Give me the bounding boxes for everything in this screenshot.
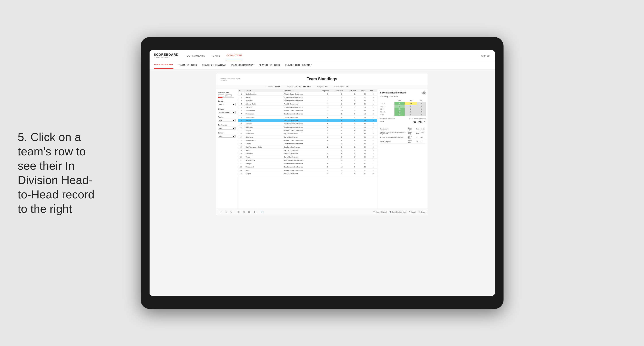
cell-rnds: 26 [360, 136, 369, 139]
nav-committee[interactable]: COMMITTEE [226, 51, 242, 60]
table-row[interactable]: 10 Alabama Southeastern Conference 5 8 8… [238, 122, 377, 126]
cell-conference: Pac-12 Conference [283, 119, 321, 122]
nav-teams[interactable]: TEAMS [211, 51, 220, 60]
table-row[interactable]: 13 Texas Tech Big 12 Conference 1 9 8 27… [238, 132, 377, 136]
table-row[interactable]: 15 Georgia Tech Atlantic Coast Conferenc… [238, 139, 377, 142]
cell-reg-rank: 4 [321, 152, 334, 155]
gender-select[interactable]: Men's [218, 103, 236, 106]
nav-tournaments[interactable]: TOURNAMENTS [185, 51, 205, 60]
h2h-tie-cell: 0 [417, 102, 426, 105]
table-row[interactable]: 16 Florida Southeastern Conference 7 9 8… [238, 142, 377, 145]
tourn-type: Stroke Play [408, 135, 416, 139]
tourn-pos: Loss [416, 131, 420, 135]
redo-button[interactable]: ↪ [224, 210, 228, 214]
cell-no-tour: 8 [349, 92, 360, 96]
cell-conf-rank: 8 [334, 152, 349, 155]
cell-school: Texas [244, 155, 283, 159]
grid-btn-1[interactable]: ⊞ [237, 210, 240, 214]
cell-win: 0 [369, 109, 377, 112]
table-row[interactable]: 4 Arizona State Pac-12 Conference 4 9 8 … [238, 102, 377, 106]
cell-no-tour: 7 [349, 109, 360, 112]
h2h-close-button[interactable]: ✕ [422, 91, 426, 95]
cell-reg-rank: 5 [321, 119, 334, 122]
table-row[interactable]: 8 Washington Pac-12 Conference 2 8 8 23 … [238, 116, 377, 119]
cell-rnds: 25 [360, 149, 369, 152]
min-rounds-min-input[interactable] [218, 94, 224, 97]
cell-rnds: 24 [360, 129, 369, 132]
tournament-row: Jackson T. Stephens Cup Men's Match-Play… [380, 131, 426, 135]
table-row[interactable]: 25 Oregon Pac-12 Conference 5 7 8 21 0 [238, 172, 377, 175]
h2h-th-loss: Loss [405, 99, 417, 102]
cell-rnds: 20 [360, 155, 369, 159]
cell-reg-rank: 2 [321, 145, 334, 149]
table-row[interactable]: 6 Florida State Atlantic Coast Conferenc… [238, 109, 377, 112]
tab-player-h2h-heatmap[interactable]: PLAYER H2H HEATMAP [285, 62, 312, 68]
standings-table: # School Conference Reg Rank Conf Rank N… [238, 89, 377, 175]
cell-school: Florida State [244, 109, 283, 112]
save-custom-button[interactable]: 💾 Save Custom View [389, 211, 406, 213]
cell-no-tour: 9 [349, 96, 360, 99]
cell-no-tour: 8 [349, 139, 360, 142]
sub-nav: TEAM SUMMARY TEAM H2H GRID TEAM H2H HEAT… [150, 61, 495, 69]
min-rounds-slider[interactable] [218, 97, 234, 98]
time-button[interactable]: 🕐 [260, 210, 264, 214]
grid-btn-3[interactable]: ⊠ [247, 210, 251, 214]
table-row[interactable]: 19 California Pac-12 Conference 4 8 8 24… [238, 152, 377, 155]
table-row[interactable]: 2 Auburn Southeastern Conference 1 1 9 2… [238, 96, 377, 99]
table-row[interactable]: 18 Illinois Big Ten Conference 1 9 8 25 … [238, 149, 377, 152]
table-row[interactable]: 5 Ole Miss Southeastern Conference 3 6 8… [238, 106, 377, 109]
table-row[interactable]: 21 New Mexico Mountain West Conference 1… [238, 159, 377, 162]
region-select[interactable]: N/A [218, 119, 236, 122]
school-select[interactable]: (All) [218, 135, 236, 138]
table-row[interactable]: 22 Georgia Southeastern Conference 8 7 8… [238, 162, 377, 165]
tab-team-h2h-grid[interactable]: TEAM H2H GRID [178, 62, 197, 68]
grid-btn-4[interactable]: ⊕ [253, 210, 256, 214]
filter-gender-label: Gender [218, 100, 236, 102]
cell-reg-rank: 1 [321, 159, 334, 162]
conference-select[interactable]: (All) [218, 127, 236, 130]
division-select[interactable]: NCAA Division I [218, 111, 236, 114]
tab-team-h2h-heatmap[interactable]: TEAM H2H HEATMAP [202, 62, 226, 68]
table-row[interactable]: 12 Virginia Atlantic Coast Conference 3 … [238, 129, 377, 132]
table-row[interactable]: 7 Tennessee Southeastern Conference 4 6 … [238, 112, 377, 116]
tourn-name: Arizona Thunderbirds Intercollegiate [380, 135, 408, 139]
cell-conf-rank: 9 [334, 136, 349, 139]
sign-out[interactable]: | Sign out [478, 54, 490, 57]
table-row[interactable]: 3 Vanderbilt Southeastern Conference 2 8… [238, 99, 377, 102]
cell-reg-rank: 7 [321, 142, 334, 145]
table-row[interactable]: 9 Arizona Pac-12 Conference 5 8 8 23 3 [238, 119, 377, 122]
logo-area: SCOREBOARD Powered by clippd [154, 53, 178, 58]
cell-win: 3 [369, 119, 377, 122]
tourn-name: Cabo Collegiate [380, 139, 408, 144]
cell-conference: Atlantic Coast Conference [283, 169, 321, 172]
table-row[interactable]: 20 Texas Big 12 Conference 3 7 7 20 0 [238, 155, 377, 159]
cell-reg-rank: 1 [321, 92, 334, 96]
tourn-th-pos: Pos [416, 127, 420, 131]
table-row[interactable]: 17 East Tennessee State Southern Confere… [238, 145, 377, 149]
table-row[interactable]: 23 Texas A&M Southeastern Conference 9 1… [238, 165, 377, 169]
h2h-row: Top 10 3 13 0 [380, 102, 426, 105]
opponents-label: Opponents in division: [380, 118, 395, 120]
table-row[interactable]: 24 Duke Atlantic Coast Conference 5 9 8 … [238, 169, 377, 172]
cell-conf-rank: 7 [334, 155, 349, 159]
refresh-button[interactable]: ↻ [230, 210, 233, 214]
table-row[interactable]: 11 Arkansas Southeastern Conference 6 8 … [238, 126, 377, 129]
watch-button[interactable]: 👁 Watch [409, 211, 416, 213]
tab-player-summary[interactable]: PLAYER SUMMARY [232, 62, 254, 68]
grid-btn-2[interactable]: ⊟ [242, 210, 246, 214]
tab-team-summary[interactable]: TEAM SUMMARY [154, 61, 174, 69]
tab-player-h2h-grid[interactable]: PLAYER H2H GRID [258, 62, 280, 68]
view-original-button[interactable]: 👁 View: Original [373, 211, 386, 213]
cell-reg-rank: 3 [321, 129, 334, 132]
main-content: Update time: 27/03/2024 15:56:26 Team St… [150, 69, 495, 296]
cell-conference: Southeastern Conference [283, 96, 321, 99]
share-button[interactable]: ⬆ Share [418, 211, 425, 213]
cell-conference: Southeastern Conference [283, 106, 321, 109]
min-rounds-max-input[interactable] [226, 94, 232, 97]
undo-button[interactable]: ↩ [219, 210, 222, 214]
tablet-device: SCOREBOARD Powered by clippd TOURNAMENTS… [141, 37, 504, 309]
table-row[interactable]: 14 Oklahoma Big 12 Conference 3 9 8 26 2 [238, 136, 377, 139]
th-rnds: Rnds [360, 89, 369, 92]
cell-no-tour: 8 [349, 112, 360, 116]
table-row[interactable]: 1 North Carolina Atlantic Coast Conferen… [238, 92, 377, 96]
